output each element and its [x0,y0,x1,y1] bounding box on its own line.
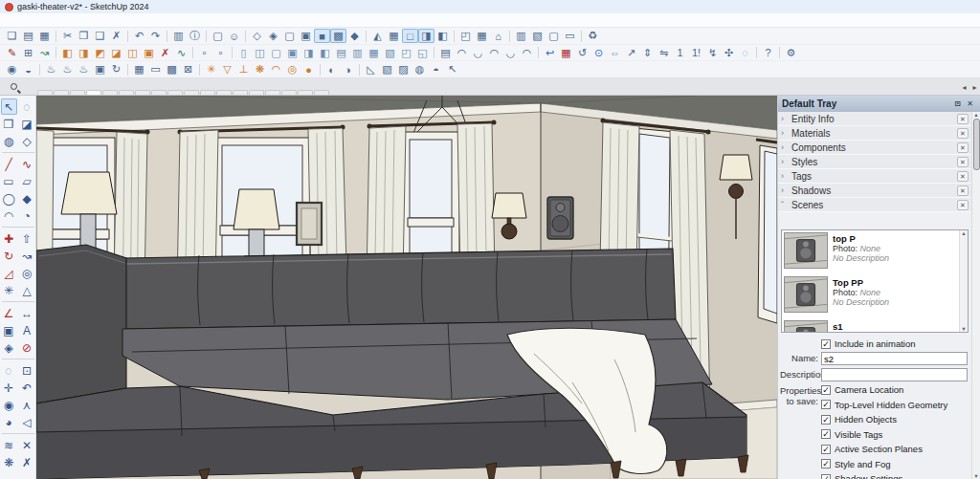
vray-light-gear-icon[interactable]: ✳ [203,62,219,76]
extension-window-icon[interactable]: ▦ [474,29,490,43]
wireframe-style-icon[interactable]: ▢ [281,29,298,43]
scene-tab[interactable] [265,90,280,95]
scroll-down-icon[interactable]: ▼ [973,473,978,479]
follow-me-tool[interactable]: ↝ [19,248,35,264]
paint-bucket-tool[interactable]: ◍ [1,133,17,149]
louver-icon[interactable]: ▤ [437,46,454,60]
scene-tab[interactable] [298,90,313,95]
previous-view-tool[interactable]: ↶ [19,380,35,396]
rectangle-tool[interactable]: ▭ [1,173,17,189]
left-view-icon[interactable]: ◧ [434,29,451,43]
section-plane-tool[interactable]: ◈ [1,339,17,356]
scene-tab[interactable] [314,90,329,95]
scene-description-input[interactable] [821,368,968,381]
purge-icon[interactable]: ♻ [585,29,601,43]
tray-section-header[interactable]: › Shadows ✕ [778,184,971,198]
section-display-tool[interactable]: ⊘ [19,339,35,356]
open-icon[interactable]: ▤ [20,29,36,43]
settings-icon[interactable]: ⚙ [783,46,799,60]
axes-tool[interactable]: ∠ [1,305,17,321]
vray-palette-icon[interactable]: ◒ [20,62,36,76]
tray-section-header-scenes[interactable]: ˇ Scenes ✕ [778,198,971,212]
reload-icon[interactable]: ↺ [574,46,590,60]
section-close-icon[interactable]: ✕ [957,114,969,124]
scene-tab[interactable] [102,90,118,95]
push-pull-tool[interactable]: ⇧ [19,230,35,247]
table-icon[interactable]: ▦ [558,46,574,60]
scene-name-input[interactable] [821,352,968,365]
warehouse-icon[interactable]: ◰ [457,29,474,43]
scene-tab[interactable] [151,90,167,95]
fabric-3-icon[interactable]: ◠ [486,46,502,60]
protractor-tool[interactable]: △ [19,282,35,298]
scene-tab[interactable] [70,90,85,95]
solid-split-icon[interactable]: ▣ [141,46,157,60]
look-around-tool[interactable]: ◕ [1,414,17,430]
include-animation-checkbox[interactable]: ✓ [821,339,831,349]
materials-box-icon[interactable]: ▧ [529,29,546,43]
vray-scene-interaction-icon[interactable]: ↖ [444,62,460,76]
tray-scrollbar[interactable]: ▲ ▼ [971,112,980,479]
top-view-icon[interactable]: ▦ [386,29,402,43]
vray-render-icon[interactable]: ♨ [43,62,59,76]
scene-tab[interactable] [37,90,53,95]
sandbox-tool-b[interactable]: ✕ [19,437,35,453]
monochrome-style-icon[interactable]: ◆ [346,29,363,43]
walk-tool[interactable]: ⋏ [19,397,35,413]
xray-style-icon[interactable]: ◇ [249,29,265,43]
pie-tool[interactable]: ◔ [19,207,35,224]
select-tool[interactable]: ↖ [1,98,17,115]
print-icon[interactable]: ▥ [170,29,187,43]
solid-trim-icon[interactable]: ◫ [124,46,141,60]
back-edges-style-icon[interactable]: ◈ [265,29,281,43]
sync-icon[interactable]: ⊙ [590,46,607,60]
field-of-view-tool[interactable]: ◁ [19,414,35,430]
scene-tab[interactable] [216,90,232,95]
fabric-1-icon[interactable]: ◠ [454,46,470,60]
scroll-up-icon[interactable]: ▲ [973,112,978,118]
viewport-3d[interactable] [36,96,777,479]
model-info-icon[interactable]: ⓘ [187,29,203,43]
vray-lock-icon[interactable]: ⊠ [180,62,196,76]
door-window-4-icon[interactable]: ▣ [284,46,301,60]
scroll-down-icon[interactable]: ▼ [961,326,966,332]
search-scenes-icon[interactable] [3,79,24,94]
door-window-2-icon[interactable]: ◫ [252,46,268,60]
property-checkbox[interactable]: ✓ [821,385,831,395]
bezier-plugin-icon[interactable]: ↝ [36,46,53,60]
door-window-10-icon[interactable]: ▧ [382,46,398,60]
lasso-tool[interactable]: ◌ [19,98,35,115]
door-window-8-icon[interactable]: ▥ [349,46,366,60]
polygon-tool[interactable]: ◆ [19,190,35,207]
zoom-tool[interactable]: ◌ [1,362,17,379]
line-tool[interactable]: ╱ [1,156,17,172]
tray-pin-icon[interactable]: ⊡ [951,98,964,110]
vray-sphere-light-icon[interactable]: ◎ [284,62,301,76]
property-checkbox[interactable]: ✓ [821,400,831,409]
vray-displacement-icon[interactable]: ◑ [340,62,356,76]
vray-proxy-export-icon[interactable]: ▧ [379,62,395,76]
dimension-tool[interactable]: ↔ [19,305,35,321]
section-close-icon[interactable]: ✕ [957,185,969,196]
scene-list-item[interactable]: s1 Photo: None No Description [784,320,957,333]
scroll-thumb[interactable] [973,119,980,170]
document-icon[interactable]: ▢ [210,29,226,43]
toggle-a-icon[interactable]: ▫ [196,46,212,60]
vray-fur-icon[interactable]: ◍ [412,62,428,76]
flash-icon[interactable]: ↯ [704,46,721,60]
property-checkbox[interactable]: ✓ [821,459,831,468]
page-icon[interactable]: ▢ [546,29,562,43]
section-close-icon[interactable]: ✕ [957,128,969,139]
solid-subtract-icon[interactable]: ◪ [108,46,124,60]
line-plugin-icon[interactable]: ✎ [4,46,20,60]
tabs-scroll-right-icon[interactable]: ▸ [969,83,980,95]
scene-tab[interactable] [281,90,297,95]
tray-section-header[interactable]: › Entity Info ✕ [778,112,971,126]
scale-tool[interactable]: ◿ [1,265,17,281]
new-icon[interactable]: ❏ [4,29,20,43]
section-close-icon[interactable]: ✕ [957,200,969,210]
paste-icon[interactable]: ❑ [92,29,108,43]
section-close-icon[interactable]: ✕ [957,157,969,167]
import-icon[interactable]: ↩ [542,46,558,60]
scene-list-item[interactable]: Top PP Photo: None No Description [784,276,957,318]
